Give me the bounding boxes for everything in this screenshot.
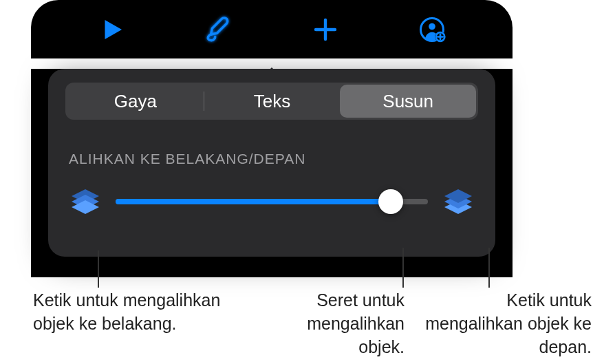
popover-container: Gaya Teks Susun ALIHKAN KE BELAKANG/DEPA…: [31, 69, 513, 277]
format-button[interactable]: [184, 6, 253, 54]
layer-slider[interactable]: [116, 191, 428, 212]
tab-text[interactable]: Teks: [204, 85, 341, 118]
tab-style-label: Gaya: [114, 91, 157, 112]
tab-arrange-label: Susun: [382, 91, 433, 112]
svg-point-1: [429, 23, 435, 30]
device-frame: Gaya Teks Susun ALIHKAN KE BELAKANG/DEPA…: [31, 0, 513, 277]
paintbrush-icon: [204, 15, 233, 44]
add-button[interactable]: [291, 6, 360, 54]
callout-back: Ketik untuk mengalihkan objek ke belakan…: [33, 289, 226, 336]
tab-style[interactable]: Gaya: [67, 85, 204, 118]
plus-icon: [311, 15, 340, 44]
tab-text-label: Teks: [254, 91, 290, 112]
play-icon: [98, 15, 127, 44]
main-toolbar: [31, 0, 513, 58]
tab-arrange[interactable]: Susun: [340, 85, 476, 118]
send-to-back-button[interactable]: [69, 188, 102, 215]
collaborate-button[interactable]: [398, 6, 466, 54]
popover-arrow: [257, 67, 287, 83]
callout-front: Ketik untuk mengalihkan objek ke depan.: [420, 289, 592, 358]
callout-leader-2: [402, 248, 404, 288]
slider-thumb[interactable]: [378, 189, 403, 214]
callout-leader-3: [488, 248, 490, 288]
person-add-icon: [418, 15, 446, 44]
slider-track-fill: [116, 199, 391, 204]
section-header-move: ALIHKAN KE BELAKANG/DEPAN: [69, 151, 478, 167]
format-popover: Gaya Teks Susun ALIHKAN KE BELAKANG/DEPA…: [48, 69, 495, 257]
format-tabs: Gaya Teks Susun: [65, 83, 478, 120]
layers-back-icon: [69, 188, 102, 215]
callout-drag: Seret untuk mengalihkan objek.: [260, 289, 405, 358]
play-button[interactable]: [78, 6, 147, 54]
layers-front-icon: [442, 188, 475, 215]
bring-to-front-button[interactable]: [442, 188, 475, 215]
layer-slider-row: [65, 188, 478, 215]
callout-leader-1: [98, 250, 99, 288]
